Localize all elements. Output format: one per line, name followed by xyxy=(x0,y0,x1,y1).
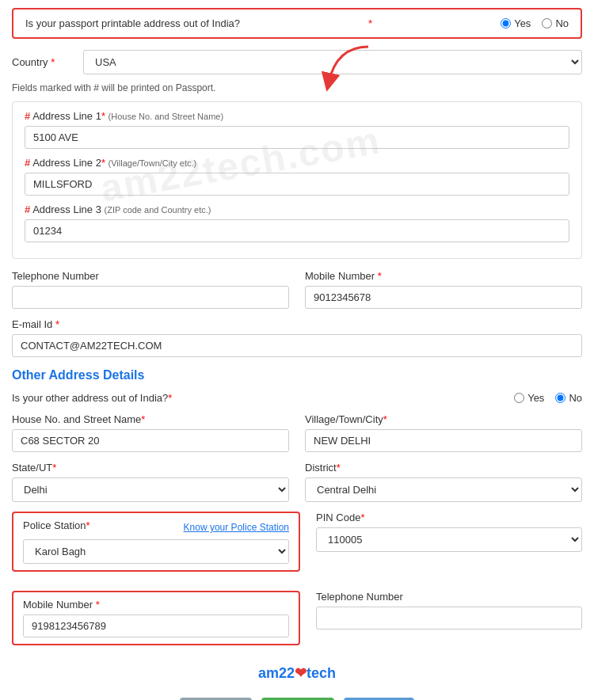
state-select[interactable]: Delhi Maharashtra Karnataka Tamil Nadu U… xyxy=(12,477,289,502)
mobile-top-input[interactable] xyxy=(305,286,582,309)
passport-required-star: * xyxy=(368,17,372,29)
pin-label: PIN Code* xyxy=(316,512,582,523)
telephone-input[interactable] xyxy=(12,286,289,309)
state-col: State/UT* Delhi Maharashtra Karnataka Ta… xyxy=(12,462,289,502)
police-header: Police Station* Know your Police Station xyxy=(23,519,289,535)
address-line1-input[interactable] xyxy=(25,126,569,149)
telephone-col: Telephone Number xyxy=(12,270,289,309)
watermark-bottom: am22❤tech xyxy=(12,664,582,682)
india-no-input[interactable] xyxy=(555,393,565,403)
village-label: Village/Town/City* xyxy=(305,413,582,425)
police-label: Police Station* xyxy=(23,519,90,531)
house-col: House No. and Street Name* xyxy=(12,413,289,452)
india-yes-input[interactable] xyxy=(514,393,524,403)
address-line1-label: # # Address Line 1 Address Line 1* (Hous… xyxy=(25,110,569,122)
telephone-label: Telephone Number xyxy=(12,270,289,282)
passport-radio-group: Yes No xyxy=(501,17,569,29)
know-police-link[interactable]: Know your Police Station xyxy=(184,522,289,533)
email-input[interactable] xyxy=(12,334,582,357)
watermark-heart-icon: ❤ xyxy=(295,665,307,681)
telephone-bottom-col: Telephone Number xyxy=(316,591,582,655)
state-district-row: State/UT* Delhi Maharashtra Karnataka Ta… xyxy=(12,462,582,502)
passport-no-input[interactable] xyxy=(542,18,552,29)
address-block: # # Address Line 1 Address Line 1* (Hous… xyxy=(12,101,582,259)
village-col: Village/Town/City* xyxy=(305,413,582,452)
arrow-annotation xyxy=(321,39,384,94)
india-no-radio[interactable]: No xyxy=(555,392,582,404)
address-line2-input[interactable] xyxy=(25,173,569,196)
address-line3-row: # Address Line 3 (ZIP code and Country e… xyxy=(25,204,569,242)
india-radio-group: Yes No xyxy=(514,392,582,404)
pin-col: PIN Code* 110005 110001 110010 110020 xyxy=(316,512,582,581)
email-label: E-mail Id * xyxy=(12,318,582,330)
country-label: Country * xyxy=(12,56,75,68)
india-question-label: Is your other address out of India?* xyxy=(12,392,172,404)
tel-mobile-row: Telephone Number Mobile Number * xyxy=(12,270,582,309)
telephone-bottom-label: Telephone Number xyxy=(316,591,582,603)
district-select[interactable]: Central Delhi North Delhi South Delhi Ea… xyxy=(305,477,582,502)
address-line2-row: # Address Line 2* (Village/Town/City etc… xyxy=(25,157,569,196)
address-line3-input[interactable] xyxy=(25,219,569,242)
mobile-bottom-col: Mobile Number * xyxy=(12,591,300,645)
passport-question-box: Is your passport printable address out o… xyxy=(12,8,582,39)
house-village-row: House No. and Street Name* Village/Town/… xyxy=(12,413,582,452)
india-no-label: No xyxy=(569,392,582,404)
india-yes-label: Yes xyxy=(527,392,544,404)
mobile-top-label: Mobile Number * xyxy=(305,270,582,282)
passport-yes-label: Yes xyxy=(514,17,531,29)
passport-no-label: No xyxy=(555,17,569,29)
district-label: District* xyxy=(305,462,582,474)
india-yes-radio[interactable]: Yes xyxy=(514,392,544,404)
mobile-top-col: Mobile Number * xyxy=(305,270,582,309)
passport-yes-input[interactable] xyxy=(501,18,511,29)
address-line1-row: # # Address Line 1 Address Line 1* (Hous… xyxy=(25,110,569,149)
passport-question-label: Is your passport printable address out o… xyxy=(25,17,240,29)
house-input[interactable] xyxy=(12,429,289,452)
district-col: District* Central Delhi North Delhi Sout… xyxy=(305,462,582,502)
house-label: House No. and Street Name* xyxy=(12,413,289,425)
pin-select[interactable]: 110005 110001 110010 110020 xyxy=(316,527,582,552)
police-pin-row: Police Station* Know your Police Station… xyxy=(12,512,582,581)
police-select[interactable]: Karol Bagh Connaught Place Chandni Chowk… xyxy=(23,539,289,564)
police-col: Police Station* Know your Police Station… xyxy=(12,512,300,572)
telephone-bottom-input[interactable] xyxy=(316,607,582,630)
mobile-bottom-row: Mobile Number * Telephone Number xyxy=(12,591,582,655)
village-input[interactable] xyxy=(305,429,582,452)
country-required-star: * xyxy=(51,56,55,68)
mobile-bottom-label: Mobile Number * xyxy=(23,599,289,611)
mobile-bottom-input[interactable] xyxy=(23,614,289,637)
address-line3-label: # Address Line 3 (ZIP code and Country e… xyxy=(25,204,569,215)
country-row: Country * USA India UK Canada Australia xyxy=(12,50,582,74)
passport-no-radio[interactable]: No xyxy=(542,17,569,29)
other-address-title: Other Address Details xyxy=(12,368,582,382)
india-question-row: Is your other address out of India?* Yes… xyxy=(12,392,582,404)
address-line2-label: # Address Line 2* (Village/Town/City etc… xyxy=(25,157,569,169)
state-label: State/UT* xyxy=(12,462,289,474)
passport-yes-radio[interactable]: Yes xyxy=(501,17,531,29)
fields-note: Fields marked with # will be printed on … xyxy=(12,82,582,93)
email-section: E-mail Id * xyxy=(12,318,582,357)
